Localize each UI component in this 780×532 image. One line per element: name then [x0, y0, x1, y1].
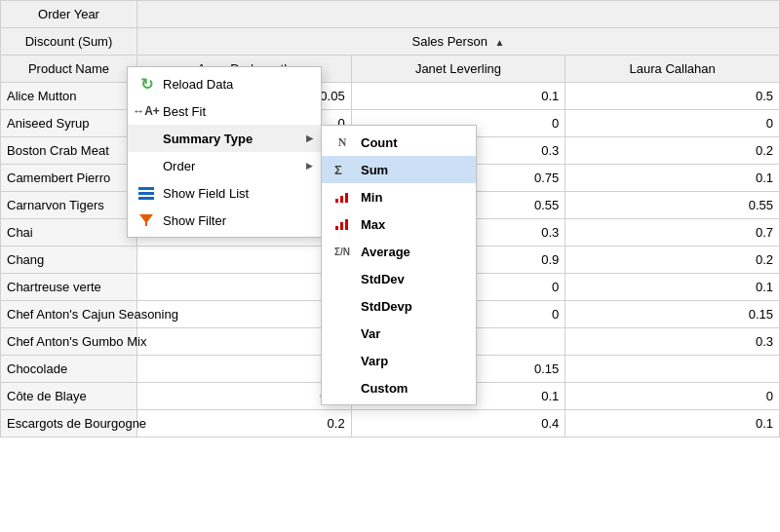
svg-rect-3 — [345, 193, 348, 203]
submenu-average-label: Average — [361, 245, 410, 259]
col-janet[interactable]: Janet Leverling — [351, 56, 566, 83]
menu-item-order-label: Order — [163, 159, 309, 173]
svg-rect-7 — [138, 187, 154, 190]
menu-item-showlist-label: Show Field List — [163, 186, 309, 201]
row-product-name: Chef Anton's Gumbo Mix — [1, 328, 137, 356]
svg-rect-8 — [138, 192, 154, 195]
submenu-max-label: Max — [361, 217, 385, 232]
submenu-custom-label: Custom — [361, 381, 408, 396]
svg-rect-2 — [340, 196, 343, 203]
menu-item-bestfit[interactable]: ↔A+ Best Fit — [128, 97, 321, 125]
svg-text:Σ: Σ — [334, 163, 342, 177]
row-product-name: Carnarvon Tigers — [1, 192, 137, 219]
svg-rect-6 — [345, 219, 348, 230]
menu-item-summary-label: Summary Type — [163, 132, 309, 146]
submenu-custom[interactable]: Custom — [322, 374, 476, 401]
row-product-name: Chai — [1, 219, 137, 247]
sum-icon: Σ — [332, 161, 353, 178]
menu-item-showlist[interactable]: Show Field List — [128, 179, 321, 207]
submenu-stddevp[interactable]: StdDevp — [322, 292, 476, 320]
data-cell-laura: 0.55 — [566, 192, 780, 219]
submenu-count-label: Count — [361, 135, 398, 150]
data-cell-laura: 0.7 — [566, 219, 780, 247]
summary-type-icon — [137, 130, 155, 147]
submenu-count[interactable]: N Count — [322, 129, 476, 156]
count-icon: N — [332, 133, 353, 151]
summary-submenu: N Count Σ Sum — [321, 125, 477, 405]
average-icon: Σ/N — [332, 243, 353, 260]
row-product-name: Aniseed Syrup — [1, 110, 137, 137]
row-product-name: Boston Crab Meat — [1, 137, 137, 165]
var-icon — [332, 324, 353, 342]
min-icon — [332, 188, 353, 206]
menu-item-filter-label: Show Filter — [163, 213, 309, 228]
submenu-min[interactable]: Min — [322, 183, 476, 210]
data-cell-laura: 0.1 — [566, 274, 780, 301]
submenu-max[interactable]: Max — [322, 210, 476, 238]
table-row: Alice Mutton0.050.10.5 — [1, 83, 780, 110]
context-menu: ↻ Reload Data ↔A+ Best Fit Summary Type … — [127, 66, 322, 238]
varp-icon — [332, 352, 353, 369]
max-icon — [332, 215, 353, 233]
data-cell-anne: 0 — [137, 274, 352, 301]
submenu-average[interactable]: Σ/N Average — [322, 238, 476, 265]
row-product-name: Escargots de Bourgogne — [1, 410, 137, 437]
submenu-stddevp-label: StdDevp — [361, 299, 412, 314]
row-product-name: Chang — [1, 247, 137, 274]
submenu-varp[interactable]: Varp — [322, 347, 476, 374]
data-cell-laura: 0.3 — [566, 328, 780, 356]
submenu-var[interactable]: Var — [322, 320, 476, 347]
showlist-icon — [137, 184, 155, 202]
svg-marker-10 — [139, 214, 153, 226]
data-cell-laura: 0.5 — [566, 83, 780, 110]
stddev-icon — [332, 270, 353, 287]
menu-item-bestfit-label: Best Fit — [163, 104, 309, 119]
submenu-varp-label: Varp — [361, 354, 388, 368]
data-cell-anne: 0 — [137, 247, 352, 274]
menu-item-summary-type[interactable]: Summary Type N Count Σ Sum — [128, 125, 321, 152]
row-product-name: Côte de Blaye — [1, 383, 137, 410]
order-year-row: Order Year — [1, 1, 780, 28]
custom-icon — [332, 379, 353, 397]
order-year-header — [137, 1, 780, 28]
row-product-name: Alice Mutton — [1, 83, 137, 110]
discount-row: Discount (Sum) Sales Person ▲ — [1, 28, 780, 56]
data-cell-anne — [137, 328, 352, 356]
submenu-sum-label: Sum — [361, 163, 388, 177]
stddevp-icon — [332, 297, 353, 315]
submenu-stddev-label: StdDev — [361, 272, 405, 286]
table-row: Escargots de Bourgogne0.20.40.1 — [1, 410, 780, 437]
submenu-stddev[interactable]: StdDev — [322, 265, 476, 292]
row-product-name: Camembert Pierro — [1, 165, 137, 192]
data-cell-laura: 0 — [566, 383, 780, 410]
data-cell-laura — [566, 356, 780, 383]
menu-item-filter[interactable]: Show Filter — [128, 207, 321, 234]
svg-rect-5 — [340, 222, 343, 230]
data-cell-anne: 0.2 — [137, 410, 352, 437]
submenu-min-label: Min — [361, 190, 382, 205]
data-cell-janet: 0.4 — [351, 410, 566, 437]
data-cell-anne — [137, 356, 352, 383]
bestfit-icon: ↔A+ — [137, 102, 155, 120]
order-year-cell: Order Year — [1, 1, 137, 28]
sort-arrow-icon: ▲ — [495, 37, 505, 48]
menu-item-reload[interactable]: ↻ Reload Data — [128, 70, 321, 97]
menu-item-reload-label: Reload Data — [163, 77, 309, 92]
product-name-header: Product Name — [1, 56, 137, 83]
column-headers-row: Product Name Anne Dodsworth Janet Leverl… — [1, 56, 780, 83]
data-cell-laura: 0.1 — [566, 165, 780, 192]
filter-icon — [137, 211, 155, 229]
order-icon — [137, 157, 155, 174]
data-cell-janet: 0.1 — [351, 83, 566, 110]
data-cell-laura: 0.2 — [566, 247, 780, 274]
submenu-var-label: Var — [361, 326, 380, 341]
discount-cell: Discount (Sum) — [1, 28, 137, 56]
svg-rect-9 — [138, 197, 154, 200]
col-laura[interactable]: Laura Callahan — [566, 56, 780, 83]
row-product-name: Chef Anton's Cajun Seasoning — [1, 301, 137, 328]
data-cell-laura: 0.1 — [566, 410, 780, 437]
data-cell-laura: 0.2 — [566, 137, 780, 165]
menu-item-order[interactable]: Order — [128, 152, 321, 179]
svg-rect-1 — [335, 199, 338, 203]
submenu-sum[interactable]: Σ Sum — [322, 156, 476, 183]
